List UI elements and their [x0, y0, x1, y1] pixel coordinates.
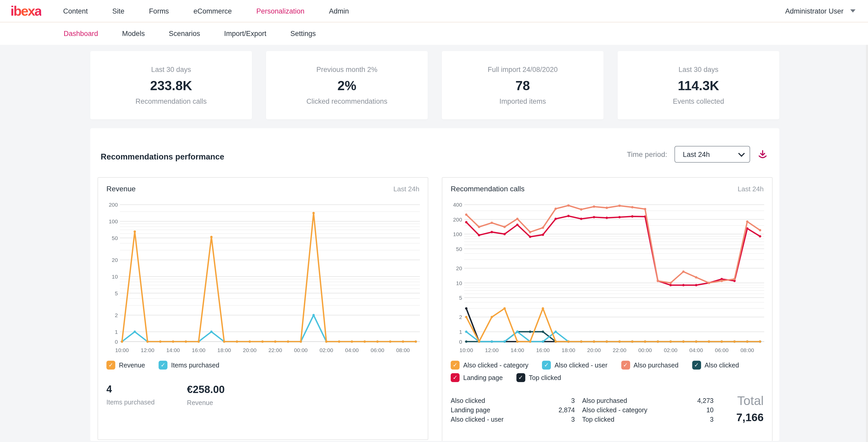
stat-label: Revenue	[187, 399, 225, 407]
tab-models[interactable]: Models	[122, 30, 145, 37]
legend-item-also-clicked-user[interactable]: ✓ Also clicked - user	[542, 361, 608, 370]
row-label: Also clicked - category	[582, 407, 706, 414]
main-nav-ecommerce[interactable]: eCommerce	[193, 7, 232, 15]
svg-text:5: 5	[459, 295, 462, 301]
svg-text:0: 0	[459, 339, 462, 345]
chart-range: Last 24h	[393, 185, 420, 193]
revenue-chart-card: Revenue Last 24h 200100502010521010:0012…	[97, 177, 428, 440]
svg-text:04:00: 04:00	[345, 347, 359, 353]
legend-item-landing-page[interactable]: ✓ Landing page	[451, 373, 503, 382]
row-label: Also clicked	[451, 398, 571, 405]
svg-text:1: 1	[459, 329, 462, 335]
svg-text:20:00: 20:00	[243, 347, 256, 353]
svg-text:22:00: 22:00	[268, 347, 282, 353]
total-label: Total	[736, 394, 764, 408]
svg-text:200: 200	[109, 202, 118, 208]
user-menu[interactable]: Administrator User	[785, 7, 856, 15]
svg-text:10: 10	[456, 280, 462, 286]
main-nav-admin[interactable]: Admin	[329, 7, 349, 15]
row-label: Also purchased	[582, 398, 697, 405]
svg-text:06:00: 06:00	[371, 347, 384, 353]
main-nav: Content Site Forms eCommerce Personaliza…	[63, 7, 349, 15]
revenue-line-chart: 200100502010521010:0012:0014:0016:0018:0…	[106, 195, 420, 357]
svg-text:14:00: 14:00	[166, 347, 180, 353]
card-label: Recommendation calls	[135, 97, 207, 105]
svg-text:16:00: 16:00	[536, 347, 550, 353]
legend-label: Top clicked	[529, 374, 561, 381]
table-row: Also clicked 3	[451, 398, 575, 405]
table-row: Also clicked - user 3	[451, 416, 575, 423]
stat-value: €258.00	[187, 384, 225, 396]
legend-item-revenue[interactable]: ✓ Revenue	[106, 361, 145, 370]
card-clicked-recommendations: Previous month 2% 2% Clicked recommendat…	[266, 51, 428, 120]
stat-items-purchased: 4 Items purchased	[106, 384, 155, 407]
svg-text:20: 20	[112, 257, 118, 263]
user-name: Administrator User	[785, 7, 843, 15]
legend-item-items-purchased[interactable]: ✓ Items purchased	[159, 361, 219, 370]
calls-legend-row-2: ✓ Landing page ✓ Top clicked	[451, 373, 764, 382]
section-title: Recommendations performance	[101, 152, 224, 162]
time-period-select[interactable]: Last 24h	[675, 146, 750, 163]
row-value: 4,273	[697, 398, 714, 405]
card-events-collected: Last 30 days 114.3K Events collected	[618, 51, 779, 120]
time-period-row: Time period: Last 24h	[627, 146, 768, 163]
legend-item-also-clicked[interactable]: ✓ Also clicked	[692, 361, 739, 370]
row-value: 3	[710, 416, 714, 423]
revenue-legend: ✓ Revenue ✓ Items purchased	[106, 361, 420, 370]
svg-text:06:00: 06:00	[715, 347, 728, 353]
svg-text:04:00: 04:00	[689, 347, 703, 353]
checkbox-checked-icon: ✓	[692, 361, 701, 370]
legend-item-top-clicked[interactable]: ✓ Top clicked	[517, 373, 561, 382]
checkbox-checked-icon: ✓	[106, 361, 115, 370]
calls-totals: Also clicked 3 Landing page 2,874 Also c…	[451, 398, 764, 424]
legend-label: Also clicked	[705, 362, 739, 369]
checkbox-checked-icon: ✓	[621, 361, 630, 370]
top-bar: ibexa Content Site Forms eCommerce Perso…	[0, 0, 868, 23]
main-nav-content[interactable]: Content	[63, 7, 88, 15]
legend-item-also-clicked-category[interactable]: ✓ Also clicked - category	[451, 361, 528, 370]
svg-text:100: 100	[453, 231, 462, 237]
summary-cards: Last 30 days 233.8K Recommendation calls…	[90, 51, 779, 120]
tab-import-export[interactable]: Import/Export	[224, 30, 266, 37]
svg-text:2: 2	[115, 312, 118, 318]
row-label: Landing page	[451, 407, 558, 414]
ibexa-logo[interactable]: ibexa	[10, 3, 41, 19]
legend-label: Also purchased	[633, 362, 678, 369]
calls-legend-row-1: ✓ Also clicked - category ✓ Also clicked…	[451, 361, 764, 370]
card-imported-items: Full import 24/08/2020 78 Imported items	[442, 51, 603, 120]
checkbox-checked-icon: ✓	[159, 361, 167, 370]
legend-item-also-purchased[interactable]: ✓ Also purchased	[621, 361, 678, 370]
card-period: Full import 24/08/2020	[488, 65, 558, 73]
export-download-button[interactable]	[757, 149, 768, 160]
main-nav-site[interactable]: Site	[113, 7, 125, 15]
chart-title: Revenue	[106, 184, 135, 193]
totals-column-left: Also clicked 3 Landing page 2,874 Also c…	[451, 398, 575, 423]
time-period-value: Last 24h	[683, 150, 710, 158]
table-row: Landing page 2,874	[451, 407, 575, 414]
chart-header: Revenue Last 24h	[106, 184, 420, 193]
card-period: Previous month 2%	[316, 65, 377, 73]
main-nav-forms[interactable]: Forms	[149, 7, 169, 15]
tab-scenarios[interactable]: Scenarios	[169, 30, 200, 37]
personalization-dashboard: ibexa Content Site Forms eCommerce Perso…	[0, 0, 868, 442]
svg-text:20: 20	[456, 265, 462, 271]
row-label: Also clicked - user	[451, 416, 571, 423]
main-nav-personalization[interactable]: Personalization	[256, 7, 305, 15]
svg-text:02:00: 02:00	[664, 347, 677, 353]
svg-text:10:00: 10:00	[115, 347, 129, 353]
svg-text:16:00: 16:00	[192, 347, 205, 353]
revenue-summary-stats: 4 Items purchased €258.00 Revenue	[106, 384, 420, 407]
chevron-down-icon	[850, 9, 856, 12]
page-scrollbar[interactable]	[866, 0, 868, 442]
tab-dashboard[interactable]: Dashboard	[64, 30, 98, 37]
svg-text:20:00: 20:00	[587, 347, 601, 353]
recommendation-calls-chart-card: Recommendation calls Last 24h 4002001005…	[442, 177, 773, 441]
svg-text:2: 2	[459, 314, 462, 320]
tab-settings[interactable]: Settings	[290, 30, 316, 37]
checkbox-checked-icon: ✓	[517, 373, 525, 382]
card-label: Events collected	[673, 97, 724, 105]
card-period: Last 30 days	[678, 65, 718, 73]
card-value: 233.8K	[150, 78, 192, 93]
svg-text:12:00: 12:00	[141, 347, 154, 353]
recommendations-performance-panel: Recommendations performance Time period:…	[90, 128, 779, 441]
